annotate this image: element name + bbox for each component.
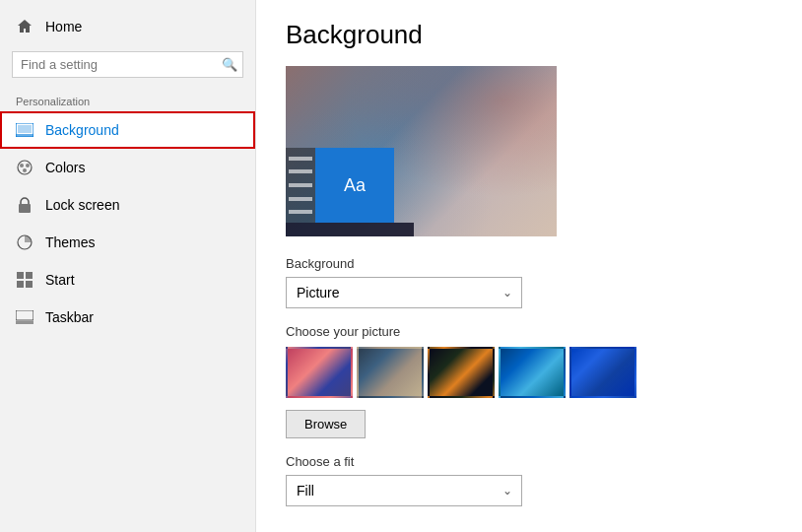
svg-point-5 — [26, 164, 30, 167]
background-dropdown-wrap: Picture Solid color Slideshow ⌄ — [286, 277, 522, 308]
lock-icon — [16, 196, 33, 214]
svg-point-6 — [23, 168, 27, 172]
mockup-stripe-3 — [289, 183, 312, 187]
background-field-label: Background — [286, 256, 772, 271]
search-icon: 🔍 — [222, 57, 237, 72]
sidebar-item-themes-label: Themes — [45, 234, 96, 250]
fit-dropdown-wrap: Fill Fit Stretch Tile Center Span ⌄ — [286, 475, 522, 506]
choose-picture-label: Choose your picture — [286, 324, 772, 339]
home-nav-item[interactable]: Home — [0, 10, 255, 43]
sidebar-item-taskbar[interactable]: Taskbar — [0, 299, 255, 336]
themes-icon — [16, 233, 33, 251]
sidebar-item-colors[interactable]: Colors — [0, 149, 255, 186]
svg-rect-12 — [26, 281, 33, 288]
main-content: Background Aa Background Picture Solid c… — [256, 0, 802, 532]
colors-icon — [16, 159, 33, 176]
sidebar-item-taskbar-label: Taskbar — [45, 309, 94, 325]
start-icon — [16, 271, 33, 289]
background-icon — [16, 121, 33, 139]
taskbar-icon — [16, 308, 33, 326]
sidebar: Home 🔍 Personalization Background Colors — [0, 0, 256, 532]
home-label: Home — [45, 19, 82, 34]
mockup-taskbar — [286, 223, 414, 236]
svg-rect-1 — [18, 125, 32, 133]
svg-rect-14 — [16, 321, 33, 324]
home-icon — [16, 18, 33, 35]
svg-rect-10 — [26, 272, 33, 279]
sidebar-item-background[interactable]: Background — [0, 111, 255, 149]
search-input[interactable] — [12, 51, 243, 78]
picture-thumb-3[interactable] — [428, 347, 495, 398]
mockup-window-aa: Aa — [315, 148, 394, 223]
sidebar-item-lock-screen[interactable]: Lock screen — [0, 186, 255, 224]
sidebar-item-start-label: Start — [45, 272, 75, 288]
svg-rect-9 — [17, 272, 24, 279]
page-title: Background — [286, 20, 772, 50]
picture-thumb-1[interactable] — [286, 347, 353, 398]
svg-rect-13 — [16, 310, 33, 320]
svg-point-4 — [20, 164, 24, 167]
picture-thumb-2[interactable] — [357, 347, 424, 398]
sidebar-item-start[interactable]: Start — [0, 261, 255, 299]
sidebar-item-colors-label: Colors — [45, 160, 85, 175]
picture-thumb-4[interactable] — [499, 347, 566, 398]
sidebar-item-lock-screen-label: Lock screen — [45, 197, 119, 213]
picture-thumb-5[interactable] — [569, 347, 636, 398]
svg-rect-2 — [16, 134, 33, 137]
mockup-stripe-1 — [289, 157, 312, 161]
sidebar-item-background-label: Background — [45, 122, 119, 138]
mockup-stripe-4 — [289, 197, 312, 201]
mockup-stripe-5 — [289, 210, 312, 214]
search-box: 🔍 — [12, 51, 243, 78]
browse-button[interactable]: Browse — [286, 410, 366, 438]
sidebar-item-themes[interactable]: Themes — [0, 224, 255, 261]
svg-rect-11 — [17, 281, 24, 288]
fit-dropdown[interactable]: Fill Fit Stretch Tile Center Span — [286, 475, 522, 506]
mockup-stripe-2 — [289, 169, 312, 173]
background-dropdown[interactable]: Picture Solid color Slideshow — [286, 277, 522, 308]
mockup-sidebar — [286, 148, 315, 223]
pictures-row — [286, 347, 772, 398]
background-preview: Aa — [286, 66, 557, 236]
choose-fit-label: Choose a fit — [286, 454, 772, 469]
section-label: Personalization — [0, 90, 255, 111]
svg-rect-7 — [19, 204, 31, 213]
